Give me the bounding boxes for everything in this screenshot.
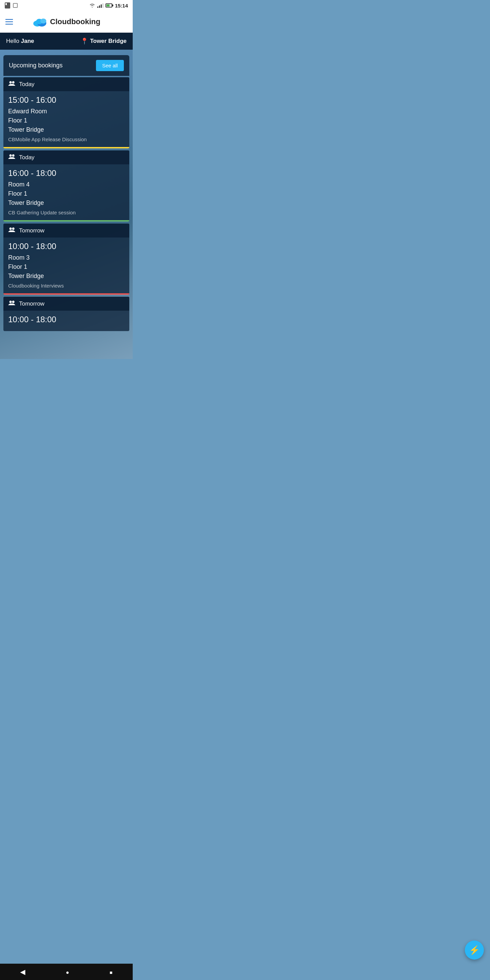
svg-point-11 <box>12 301 14 303</box>
booking-floor: Floor 1 <box>8 190 27 197</box>
booking-time: 16:00 - 18:00 <box>8 169 124 178</box>
booking-location: Room 3 Floor 1 Tower Bridge <box>8 253 124 281</box>
booking-time: 15:00 - 16:00 <box>8 95 124 105</box>
booking-room-name: Edward Room <box>8 108 47 115</box>
sim-icon <box>13 3 18 8</box>
booking-time: 10:00 - 18:00 <box>8 242 124 251</box>
logo-cloud-text: Cloud <box>50 18 71 26</box>
svg-point-8 <box>10 228 12 230</box>
wifi-icon <box>89 3 95 8</box>
signal-icon <box>97 3 103 8</box>
booking-location: Edward Room Floor 1 Tower Bridge <box>8 107 124 134</box>
svg-point-9 <box>12 228 14 230</box>
current-location[interactable]: 📍 Tower Bridge <box>81 37 127 45</box>
booking-event: CBMobile App Release Discussion <box>8 137 124 142</box>
booking-day-label: Today <box>19 81 34 88</box>
booking-event: CB Gathering Update session <box>8 210 124 215</box>
booking-card[interactable]: Tomorrow 10:00 - 18:00 Room 3 Floor 1 To… <box>3 224 129 295</box>
booking-day-label: Today <box>19 154 34 161</box>
sd-card-icon <box>5 2 10 8</box>
logo: Cloudbooking <box>32 16 100 27</box>
booking-building: Tower Bridge <box>8 199 44 206</box>
booking-status-bar <box>3 147 129 148</box>
status-bar-left <box>5 2 18 8</box>
content-area: Upcoming bookings See all Today 15:00 - … <box>0 50 133 339</box>
svg-point-3 <box>40 18 47 24</box>
booking-card-body: 16:00 - 18:00 Room 4 Floor 1 Tower Bridg… <box>3 164 129 220</box>
people-icon <box>8 81 16 88</box>
booking-card-body: 10:00 - 18:00 <box>3 311 129 331</box>
booking-card-body: 15:00 - 16:00 Edward Room Floor 1 Tower … <box>3 91 129 147</box>
greeting: Hello Jane <box>6 38 34 45</box>
location-pin-icon: 📍 <box>81 37 88 45</box>
location-name: Tower Bridge <box>90 38 127 45</box>
svg-point-6 <box>10 154 12 157</box>
booking-card-header: Today <box>3 77 129 91</box>
status-time: 15:14 <box>115 3 128 8</box>
booking-card[interactable]: Tomorrow 10:00 - 18:00 <box>3 297 129 331</box>
people-icon <box>8 154 16 161</box>
logo-booking-text: booking <box>71 18 100 26</box>
hamburger-button[interactable] <box>5 19 13 24</box>
booking-card-header: Tomorrow <box>3 224 129 237</box>
upcoming-bookings-header: Upcoming bookings See all <box>3 55 129 76</box>
people-icon <box>8 300 16 307</box>
booking-card-body: 10:00 - 18:00 Room 3 Floor 1 Tower Bridg… <box>3 237 129 293</box>
booking-event: Cloudbooking Interviews <box>8 283 124 288</box>
booking-floor: Floor 1 <box>8 263 27 270</box>
status-bar: 15:14 <box>0 0 133 11</box>
booking-card[interactable]: Today 15:00 - 16:00 Edward Room Floor 1 … <box>3 77 129 148</box>
booking-card-header: Tomorrow <box>3 297 129 311</box>
booking-floor: Floor 1 <box>8 117 27 124</box>
cloud-logo-icon <box>32 16 47 27</box>
booking-building: Tower Bridge <box>8 272 44 279</box>
booking-day-label: Tomorrow <box>19 301 45 307</box>
app-header: Cloudbooking <box>0 11 133 33</box>
svg-point-4 <box>10 81 12 84</box>
booking-card-header: Today <box>3 150 129 164</box>
svg-point-10 <box>10 301 12 303</box>
booking-location: Room 4 Floor 1 Tower Bridge <box>8 180 124 208</box>
svg-point-5 <box>12 81 14 84</box>
booking-card[interactable]: Today 16:00 - 18:00 Room 4 Floor 1 Tower… <box>3 150 129 221</box>
booking-building: Tower Bridge <box>8 126 44 133</box>
booking-room-name: Room 4 <box>8 181 30 188</box>
location-bar: Hello Jane 📍 Tower Bridge <box>0 33 133 50</box>
booking-time: 10:00 - 18:00 <box>8 315 124 324</box>
hello-label: Hello <box>6 38 21 44</box>
people-icon <box>8 227 16 234</box>
battery-icon <box>105 3 112 8</box>
user-name: Jane <box>21 38 34 44</box>
booking-day-label: Tomorrow <box>19 227 45 234</box>
see-all-button[interactable]: See all <box>96 60 124 71</box>
logo-text: Cloudbooking <box>50 18 100 26</box>
upcoming-bookings-title: Upcoming bookings <box>9 62 63 69</box>
booking-status-bar <box>3 293 129 295</box>
booking-room-name: Room 3 <box>8 254 30 261</box>
booking-status-bar <box>3 220 129 221</box>
svg-point-7 <box>12 154 14 157</box>
status-bar-right: 15:14 <box>89 3 128 8</box>
